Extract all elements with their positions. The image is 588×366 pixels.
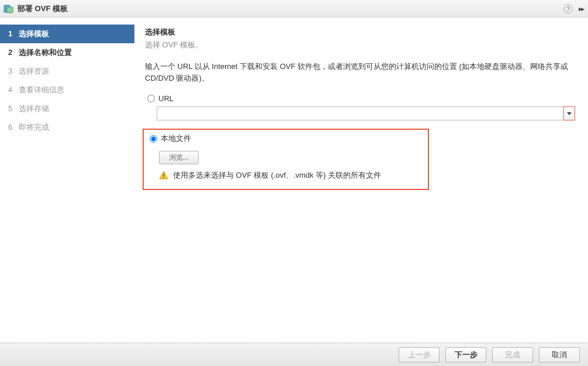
- source-local-row: 本地文件: [147, 133, 422, 144]
- url-input-row: [157, 106, 575, 120]
- browse-button[interactable]: 浏览...: [159, 151, 199, 164]
- step-label: 选择资源: [19, 67, 49, 75]
- expand-icon[interactable]: ▸▸: [579, 5, 583, 13]
- source-local-radio[interactable]: [150, 135, 157, 143]
- step-view-details: 4 查看详细信息: [0, 81, 134, 99]
- cancel-button[interactable]: 取消: [539, 347, 580, 362]
- warning-row: 使用多选来选择与 OVF 模板 (.ovf、.vmdk 等) 关联的所有文件: [159, 170, 422, 181]
- titlebar-left: 部署 OVF 模板: [4, 4, 68, 14]
- ovf-icon: [4, 4, 14, 14]
- step-label: 选择名称和位置: [19, 48, 72, 57]
- step-ready-complete: 6 即将完成: [0, 118, 134, 137]
- svg-rect-4: [163, 177, 164, 178]
- content-title: 选择模板: [145, 27, 575, 37]
- wizard-steps-sidebar: 1 选择模板 2 选择名称和位置 3 选择资源 4 查看详细信息 5 选择存储 …: [0, 18, 134, 343]
- url-input[interactable]: [157, 106, 563, 120]
- chevron-down-icon: [567, 112, 572, 115]
- titlebar: 部署 OVF 模板 ? ▸▸: [0, 0, 588, 18]
- content-panel: 选择模板 选择 OVF 模板。 输入一个 URL 以从 Internet 下载和…: [134, 18, 588, 343]
- step-select-template[interactable]: 1 选择模板: [0, 25, 134, 43]
- finish-button: 完成: [492, 347, 533, 362]
- content-description: 输入一个 URL 以从 Internet 下载和安装 OVF 软件包，或者浏览到…: [145, 61, 575, 84]
- svg-rect-1: [7, 7, 13, 13]
- next-button[interactable]: 下一步: [445, 347, 486, 362]
- svg-rect-3: [163, 174, 164, 177]
- back-button: 上一步: [399, 347, 440, 362]
- step-select-storage: 5 选择存储: [0, 99, 134, 118]
- source-url-row: URL: [145, 94, 575, 103]
- step-label: 即将完成: [19, 123, 49, 132]
- source-local-section: 本地文件 浏览... 使用多选来选择与 OVF 模板 (.ovf、.vmdk 等…: [143, 129, 429, 190]
- window-title: 部署 OVF 模板: [18, 4, 68, 14]
- url-dropdown-button[interactable]: [563, 106, 575, 120]
- source-local-label[interactable]: 本地文件: [161, 133, 191, 144]
- content-subtitle: 选择 OVF 模板。: [145, 40, 575, 50]
- footer: 上一步 下一步 完成 取消: [0, 343, 588, 366]
- step-label: 选择模板: [19, 29, 49, 38]
- step-label: 查看详细信息: [19, 85, 64, 94]
- help-icon[interactable]: ?: [563, 4, 573, 13]
- titlebar-right: ? ▸▸: [563, 4, 583, 13]
- source-url-radio[interactable]: [147, 95, 155, 102]
- warning-icon: [159, 171, 168, 180]
- step-select-name-location[interactable]: 2 选择名称和位置: [0, 43, 134, 62]
- step-label: 选择存储: [19, 104, 49, 113]
- warning-text: 使用多选来选择与 OVF 模板 (.ovf、.vmdk 等) 关联的所有文件: [173, 170, 381, 181]
- main-area: 1 选择模板 2 选择名称和位置 3 选择资源 4 查看详细信息 5 选择存储 …: [0, 18, 588, 343]
- step-select-resource: 3 选择资源: [0, 62, 134, 81]
- source-url-label[interactable]: URL: [158, 94, 174, 103]
